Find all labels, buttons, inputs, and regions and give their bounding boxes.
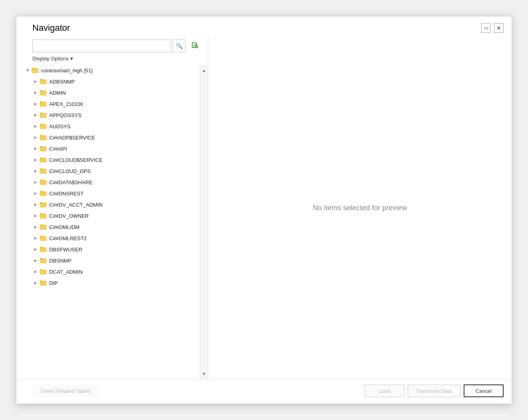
load-button[interactable]: Load	[365, 384, 404, 397]
folder-icon	[40, 134, 47, 141]
folder-icon	[40, 78, 47, 85]
expand-arrow-icon: ►	[32, 201, 39, 208]
display-options-button[interactable]: Display Options ▾	[32, 56, 73, 62]
tree-item[interactable]: ► C##DATA$SHARE	[16, 177, 200, 188]
tree-item[interactable]: ► DCAT_ADMIN	[16, 266, 200, 277]
collapse-arrow-icon: ▼	[24, 67, 31, 74]
folder-icon	[40, 90, 47, 96]
footer-right: Load Transform Data Cancel	[365, 384, 504, 397]
expand-arrow-icon: ►	[32, 78, 39, 85]
expand-arrow-icon: ►	[32, 190, 39, 197]
tree-item[interactable]: ► APEX_210100	[16, 98, 200, 109]
root-label: contosomart_high [51]	[41, 68, 93, 74]
tree-item-label: C##CLOUD$SERVICE	[49, 157, 102, 163]
expand-arrow-icon: ►	[32, 257, 39, 264]
tree-item[interactable]: ► C##CLOUD$SERVICE	[16, 154, 200, 165]
tree-item-label: C##OMLIDM	[49, 224, 80, 230]
tree-item-label: C##ADP$SERVICE	[49, 135, 95, 141]
expand-arrow-icon: ►	[32, 235, 39, 241]
folder-icon	[40, 257, 47, 264]
folder-icon	[40, 246, 47, 253]
tree-item[interactable]: ► AUDSYS	[16, 121, 200, 132]
folder-icon	[40, 190, 47, 197]
expand-arrow-icon: ►	[32, 269, 39, 275]
folder-icon	[40, 112, 47, 118]
select-related-tables-button[interactable]: Select Related Tables	[32, 384, 99, 397]
tree-item[interactable]: ► C##CLOUD_OPS	[16, 165, 200, 177]
expand-arrow-icon: ►	[32, 224, 39, 230]
folder-icon	[40, 123, 47, 129]
tree-list[interactable]: ▼ contosomart_high [51] ►	[16, 65, 200, 379]
refresh-button[interactable]	[189, 40, 201, 52]
tree-item[interactable]: ► C##ADP$SERVICE	[16, 132, 200, 143]
folder-icon	[40, 157, 47, 163]
tree-item-label: C##DNSREST	[49, 191, 84, 197]
tree-item-label: C##DV_ACCT_ADMIN	[49, 202, 103, 208]
tree-item[interactable]: ► C##OMLIDM	[16, 221, 200, 233]
tree-container: ▼ contosomart_high [51] ►	[16, 65, 208, 379]
footer: Select Related Tables Load Transform Dat…	[16, 379, 512, 404]
tree-root-item[interactable]: ▼ contosomart_high [51]	[16, 65, 200, 76]
cancel-button[interactable]: Cancel	[464, 384, 504, 397]
expand-arrow-icon: ►	[32, 101, 39, 107]
folder-icon	[40, 201, 47, 208]
svg-point-1	[195, 46, 198, 48]
footer-left: Select Related Tables	[32, 384, 99, 397]
expand-arrow-icon: ►	[32, 123, 39, 129]
tree-item-label: ADMIN	[49, 90, 66, 96]
transform-data-button[interactable]: Transform Data	[408, 384, 460, 397]
expand-arrow-icon: ►	[32, 246, 39, 253]
folder-icon	[40, 224, 47, 230]
tree-item[interactable]: ► C##DV_ACCT_ADMIN	[16, 199, 200, 210]
folder-icon	[40, 213, 47, 219]
tree-item-label: AUDSYS	[49, 123, 70, 129]
chevron-down-icon: ▾	[70, 56, 73, 62]
scroll-down-button[interactable]: ▼	[200, 368, 208, 379]
folder-icon	[40, 179, 47, 185]
tree-item[interactable]: ► C##OMLREST2	[16, 233, 200, 244]
tree-item-label: C##API	[49, 146, 67, 152]
folder-icon	[40, 235, 47, 241]
expand-arrow-icon: ►	[32, 157, 39, 163]
tree-item[interactable]: ► C##DV_OWNER	[16, 210, 200, 221]
close-button[interactable]: ✕	[494, 23, 504, 33]
minimize-button[interactable]: ▭	[481, 23, 491, 33]
tree-item-label: C##CLOUD_OPS	[49, 168, 91, 174]
expand-arrow-icon: ►	[32, 213, 39, 219]
tree-item-label: ADBSNMP	[49, 79, 75, 85]
tree-item[interactable]: ► APPQOSSYS	[16, 109, 200, 121]
main-content: 🔍	[16, 36, 512, 379]
expand-arrow-icon: ►	[32, 145, 39, 152]
tree-item[interactable]: ► DBSFWUSER	[16, 244, 200, 255]
tree-item[interactable]: ► ADBSNMP	[16, 76, 200, 87]
display-options-label: Display Options	[32, 56, 69, 62]
tree-item-label: DBSNMP	[49, 258, 72, 264]
tree-item[interactable]: ► C##DNSREST	[16, 188, 200, 199]
expand-arrow-icon: ►	[32, 134, 39, 141]
tree-item[interactable]: ► C##API	[16, 143, 200, 154]
tree-item-label: DCAT_ADMIN	[49, 269, 83, 275]
tree-item-label: C##DV_OWNER	[49, 213, 89, 219]
expand-arrow-icon: ►	[32, 280, 39, 286]
right-panel: No items selected for preview	[208, 36, 512, 379]
navigator-dialog: Navigator ▭ ✕ 🔍	[16, 16, 512, 404]
folder-icon	[40, 280, 47, 286]
tree-item[interactable]: ► DBSNMP	[16, 255, 200, 266]
search-button[interactable]: 🔍	[173, 40, 185, 52]
folder-icon	[40, 269, 47, 275]
tree-item[interactable]: ► ADMIN	[16, 87, 200, 98]
search-bar-row: 🔍	[16, 40, 208, 56]
folder-icon	[40, 145, 47, 152]
tree-item-label: DBSFWUSER	[49, 247, 82, 253]
scroll-controls: ▲ ▼	[200, 65, 208, 379]
tree-item[interactable]: ► DIP	[16, 277, 200, 289]
search-input[interactable]	[32, 40, 171, 52]
expand-arrow-icon: ►	[32, 90, 39, 96]
title-bar: Navigator ▭ ✕	[16, 16, 512, 36]
scroll-up-button[interactable]: ▲	[200, 65, 208, 76]
tree-item-label: C##DATA$SHARE	[49, 179, 93, 185]
tree-item-label: APPQOSSYS	[49, 112, 82, 118]
folder-icon	[32, 67, 39, 74]
tree-item-label: DIP	[49, 280, 58, 286]
display-options-row: Display Options ▾	[16, 56, 208, 65]
